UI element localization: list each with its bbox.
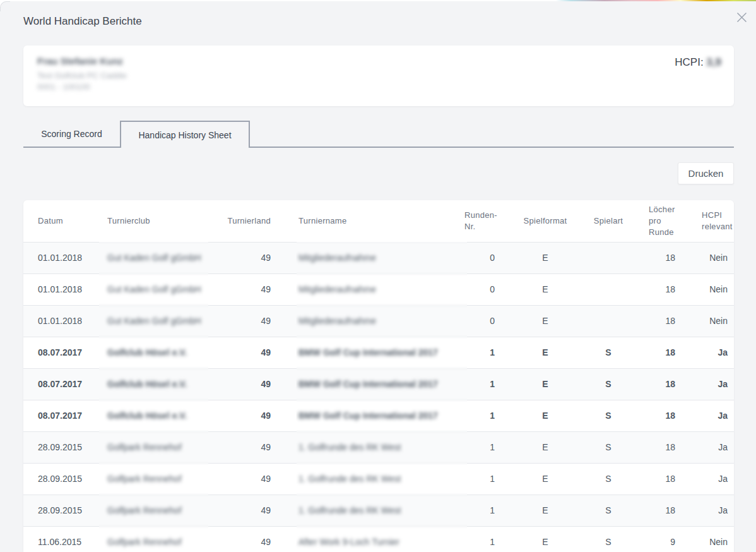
player-club: Test Golfclub PC Caddie xyxy=(37,71,127,80)
tab-scoring-record[interactable]: Scoring Record xyxy=(23,121,120,147)
cell-runden-nr: 1 xyxy=(451,526,501,552)
cell-turnierland: 49 xyxy=(194,495,277,526)
close-icon xyxy=(736,12,747,23)
cell-datum: 01.01.2018 xyxy=(23,273,101,305)
cell-turniername: BMW Golf Cup International 2017 xyxy=(277,337,451,368)
cell-datum: 01.01.2018 xyxy=(23,242,101,273)
history-table-card: Datum Turnierclub Turnierland Turniernam… xyxy=(23,200,734,552)
cell-loecher-pro-runde: 18 xyxy=(627,431,682,463)
cell-spielart: S xyxy=(589,431,627,463)
cell-runden-nr: 0 xyxy=(451,273,501,305)
cell-hcpi-relevant: Nein xyxy=(682,273,734,305)
cell-spielart xyxy=(589,305,627,337)
cell-turniername: After Work 9-Loch Turnier xyxy=(277,526,451,552)
cell-spielart: S xyxy=(589,337,627,368)
hcpi-value: 3,9 xyxy=(706,56,721,68)
modal-top-left-corner xyxy=(0,1,10,11)
cell-spielart: S xyxy=(589,526,627,552)
cell-loecher-pro-runde: 9 xyxy=(627,526,682,552)
cell-spielformat: E xyxy=(501,242,589,273)
cell-turnierland: 49 xyxy=(194,463,277,495)
cell-spielformat: E xyxy=(501,337,589,368)
cell-turnierclub: Golfpark Rennehof xyxy=(101,495,194,526)
cell-loecher-pro-runde: 18 xyxy=(627,337,682,368)
cell-datum: 08.07.2017 xyxy=(23,368,101,400)
cell-hcpi-relevant: Ja xyxy=(682,368,734,400)
cell-hcpi-relevant: Ja xyxy=(682,337,734,368)
player-card xyxy=(23,45,734,106)
hcpi-label: HCPI: xyxy=(675,56,703,68)
cell-turnierland: 49 xyxy=(194,368,277,400)
cell-turnierclub: Gut Kaden Golf gGmbH xyxy=(101,242,194,273)
cell-hcpi-relevant: Nein xyxy=(682,526,734,552)
cell-turniername: BMW Golf Cup International 2017 xyxy=(277,368,451,400)
cell-spielformat: E xyxy=(501,368,589,400)
cell-runden-nr: 1 xyxy=(451,463,501,495)
cell-turnierclub: Golfpark Rennehof xyxy=(101,431,194,463)
cell-spielart xyxy=(589,273,627,305)
page: World Handicap Berichte Frau Stefanie Ku… xyxy=(0,0,756,552)
cell-turnierclub: Golfpark Rennehof xyxy=(101,526,194,552)
table-row: 01.01.2018Gut Kaden Golf gGmbH49Mitglied… xyxy=(23,305,734,337)
col-runden-nr: Runden-Nr. xyxy=(451,200,501,242)
cell-turniername: Mitgliederaufnahme xyxy=(277,273,451,305)
history-table: Datum Turnierclub Turnierland Turniernam… xyxy=(23,200,734,552)
cell-runden-nr: 0 xyxy=(451,242,501,273)
col-spielformat: Spielformat xyxy=(501,200,589,242)
cell-turniername: Mitgliederaufnahme xyxy=(277,242,451,273)
cell-hcpi-relevant: Ja xyxy=(682,400,734,431)
cell-hcpi-relevant: Ja xyxy=(682,463,734,495)
table-row: 08.07.2017Golfclub Hösel e.V.49BMW Golf … xyxy=(23,368,734,400)
col-turnierland: Turnierland xyxy=(194,200,277,242)
table-row: 08.07.2017Golfclub Hösel e.V.49BMW Golf … xyxy=(23,400,734,431)
cell-spielformat: E xyxy=(501,273,589,305)
table-header-row: Datum Turnierclub Turnierland Turniernam… xyxy=(23,200,734,242)
drucken-button[interactable]: Drucken xyxy=(678,162,734,184)
cell-datum: 28.09.2015 xyxy=(23,495,101,526)
cell-loecher-pro-runde: 18 xyxy=(627,400,682,431)
table-row: 28.09.2015Golfpark Rennehof491. Golfrund… xyxy=(23,495,734,526)
tab-handicap-history-sheet[interactable]: Handicap History Sheet xyxy=(120,121,250,148)
cell-turniername: BMW Golf Cup International 2017 xyxy=(277,400,451,431)
cell-spielart xyxy=(589,242,627,273)
cell-loecher-pro-runde: 18 xyxy=(627,368,682,400)
cell-turniername: Mitgliederaufnahme xyxy=(277,305,451,337)
cell-runden-nr: 1 xyxy=(451,368,501,400)
cell-turnierclub: Golfpark Rennehof xyxy=(101,463,194,495)
close-button[interactable] xyxy=(735,12,748,25)
cell-spielformat: E xyxy=(501,400,589,431)
cell-loecher-pro-runde: 18 xyxy=(627,463,682,495)
col-datum: Datum xyxy=(23,200,101,242)
cell-turnierland: 49 xyxy=(194,242,277,273)
cell-spielart: S xyxy=(589,495,627,526)
cell-spielformat: E xyxy=(501,305,589,337)
col-hcpi-relevant: HCPI relevant xyxy=(682,200,734,242)
cell-turniername: 1. Golfrunde des RK West xyxy=(277,431,451,463)
table-row: 01.01.2018Gut Kaden Golf gGmbH49Mitglied… xyxy=(23,242,734,273)
cell-runden-nr: 1 xyxy=(451,495,501,526)
cell-runden-nr: 1 xyxy=(451,431,501,463)
cell-spielformat: E xyxy=(501,526,589,552)
cell-turnierland: 49 xyxy=(194,400,277,431)
cell-spielformat: E xyxy=(501,463,589,495)
cell-datum: 11.06.2015 xyxy=(23,526,101,552)
cell-turnierland: 49 xyxy=(194,337,277,368)
cell-spielart: S xyxy=(589,400,627,431)
player-name: Frau Stefanie Kunz xyxy=(37,56,123,66)
cell-spielformat: E xyxy=(501,431,589,463)
cell-runden-nr: 1 xyxy=(451,400,501,431)
cell-hcpi-relevant: Ja xyxy=(682,495,734,526)
table-row: 08.07.2017Golfclub Hösel e.V.49BMW Golf … xyxy=(23,337,734,368)
cell-spielart: S xyxy=(589,463,627,495)
cell-spielart: S xyxy=(589,368,627,400)
col-spielart: Spielart xyxy=(589,200,627,242)
cell-loecher-pro-runde: 18 xyxy=(627,273,682,305)
cell-turnierland: 49 xyxy=(194,431,277,463)
cell-datum: 08.07.2017 xyxy=(23,337,101,368)
cell-hcpi-relevant: Ja xyxy=(682,431,734,463)
cell-datum: 28.09.2015 xyxy=(23,463,101,495)
cell-turnierclub: Golfclub Hösel e.V. xyxy=(101,337,194,368)
table-row: 28.09.2015Golfpark Rennehof491. Golfrund… xyxy=(23,463,734,495)
cell-turnierland: 49 xyxy=(194,305,277,337)
cell-turnierland: 49 xyxy=(194,273,277,305)
